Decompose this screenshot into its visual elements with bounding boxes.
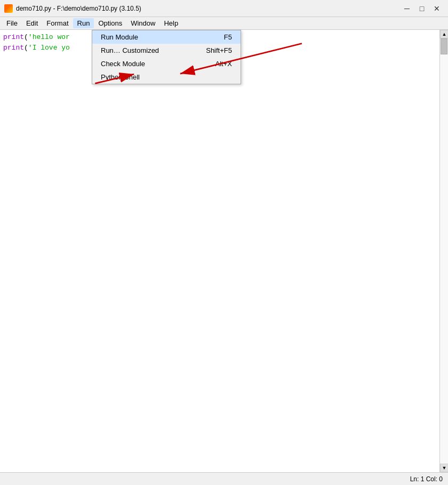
run-customized-label: Run… Customized	[101, 46, 159, 54]
menu-python-shell[interactable]: Python Shell	[92, 70, 241, 84]
menu-bar: File Edit Format Run Options Window Help…	[0, 17, 448, 30]
scroll-track[interactable]	[440, 38, 448, 464]
annotation-arrows	[0, 30, 448, 472]
status-bar: Ln: 1 Col: 0	[0, 472, 448, 485]
keyword-print-2: print	[3, 43, 24, 53]
minimize-button[interactable]: ─	[400, 3, 414, 14]
scroll-thumb[interactable]	[441, 38, 447, 54]
menu-check-module[interactable]: Check Module Alt+X	[92, 57, 241, 70]
app-icon	[4, 4, 13, 13]
string-2: 'I love yo	[28, 43, 70, 53]
menu-file[interactable]: File	[2, 18, 22, 28]
editor-area[interactable]: print('hello wor print('I love yo ▲ ▼	[0, 30, 448, 472]
maximize-button[interactable]: □	[415, 3, 429, 14]
title-bar-controls: ─ □ ✕	[400, 3, 444, 14]
title-bar-text: demo710.py - F:\demo\demo710.py (3.10.5)	[16, 5, 400, 12]
scroll-up-arrow[interactable]: ▲	[440, 30, 448, 38]
check-module-label: Check Module	[101, 60, 145, 68]
run-module-label: Run Module	[101, 33, 138, 41]
vertical-scrollbar[interactable]: ▲ ▼	[439, 30, 448, 472]
menu-run[interactable]: Run	[73, 18, 94, 28]
run-customized-shortcut: Shift+F5	[206, 46, 232, 54]
status-position: Ln: 1 Col: 0	[410, 475, 443, 483]
menu-options[interactable]: Options	[94, 18, 126, 28]
run-dropdown-menu: Run Module F5 Run… Customized Shift+F5 C…	[92, 30, 241, 84]
menu-run-customized[interactable]: Run… Customized Shift+F5	[92, 44, 241, 57]
run-module-shortcut: F5	[224, 33, 232, 41]
menu-help[interactable]: Help	[159, 18, 182, 28]
check-module-shortcut: Alt+X	[215, 60, 232, 68]
keyword-print-1: print	[3, 32, 24, 43]
scroll-down-arrow[interactable]: ▼	[440, 464, 448, 472]
menu-edit[interactable]: Edit	[22, 18, 42, 28]
title-bar: demo710.py - F:\demo\demo710.py (3.10.5)…	[0, 0, 448, 17]
menu-window[interactable]: Window	[126, 18, 159, 28]
string-1: 'hello wor	[28, 32, 70, 43]
close-button[interactable]: ✕	[430, 3, 444, 14]
menu-run-module[interactable]: Run Module F5	[92, 30, 241, 44]
python-shell-label: Python Shell	[101, 73, 140, 81]
menu-format[interactable]: Format	[42, 18, 73, 28]
